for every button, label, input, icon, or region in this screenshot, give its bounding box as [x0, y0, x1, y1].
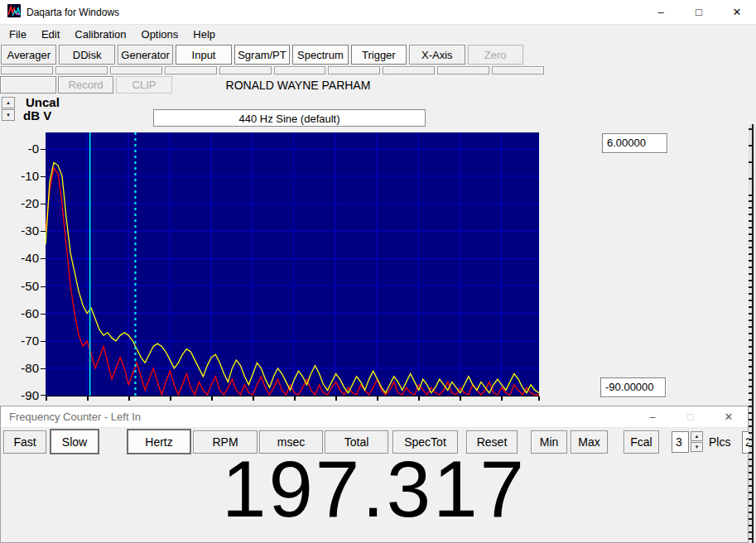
- spectrum-plot[interactable]: [46, 132, 539, 396]
- window-controls: – □ ✕: [642, 0, 756, 24]
- x-axis-tick: [335, 396, 337, 401]
- toolbar-button-trigger[interactable]: Trigger: [351, 45, 407, 65]
- toolbar-indicator-strip: [383, 66, 435, 74]
- y-axis-tick-label: -10: [0, 169, 39, 183]
- edge-ruler-tick: [749, 439, 753, 440]
- menu-edit[interactable]: Edit: [34, 26, 67, 43]
- menu-help[interactable]: Help: [185, 26, 223, 43]
- toolbar-indicator-strip: [437, 66, 489, 74]
- toolbar-button-x-axis[interactable]: X-Axis: [409, 45, 465, 65]
- fc-close-icon[interactable]: ✕: [710, 406, 748, 427]
- toolbar-button-input[interactable]: Input: [176, 45, 231, 65]
- edge-ruler-tick: [749, 492, 753, 493]
- edge-ruler-tick: [749, 465, 753, 467]
- toolbar-button-generator[interactable]: Generator: [118, 45, 173, 65]
- edge-ruler-tick: [749, 392, 753, 394]
- y-axis-tick-label: -20: [0, 196, 39, 210]
- toolbar-button-ddisk[interactable]: DDisk: [59, 45, 114, 65]
- edge-ruler-tick: [749, 498, 753, 500]
- edge-ruler-tick: [749, 320, 753, 321]
- edge-ruler-tick: [749, 485, 753, 487]
- x-axis-tick: [46, 396, 47, 401]
- axis-bottom-value-field[interactable]: -90.00000: [600, 377, 666, 397]
- edge-ruler-tick: [749, 531, 753, 533]
- axis-top-value-field[interactable]: 6.00000: [602, 133, 667, 153]
- scale-down-icon[interactable]: ▼: [2, 109, 15, 121]
- edge-ruler-tick: [749, 195, 753, 196]
- scale-up-icon[interactable]: ▲: [2, 97, 15, 108]
- minimize-icon[interactable]: –: [642, 0, 680, 24]
- edge-ruler-tick: [749, 445, 753, 447]
- uncal-label: Uncal: [26, 95, 60, 109]
- edge-ruler-tick: [749, 273, 753, 275]
- menubar: FileEditCalibrationOptionsHelp: [0, 25, 756, 44]
- edge-ruler-tick: [749, 525, 753, 526]
- frequency-counter-title: Frequency Counter - Left In: [9, 411, 141, 423]
- y-axis-tick-label: -30: [0, 223, 39, 238]
- fc-minimize-icon[interactable]: –: [633, 406, 672, 427]
- toolbar-button-averager[interactable]: Averager: [1, 45, 56, 65]
- toolbar-indicator-strip: [110, 66, 162, 74]
- y-axis-tick-label: -90: [0, 388, 39, 402]
- generator-title-field[interactable]: 440 Hz Sine (default): [153, 109, 426, 127]
- y-axis-tick-label: -70: [0, 334, 39, 348]
- edge-ruler-tick: [749, 207, 753, 209]
- toolbar-button-sgram-pt[interactable]: Sgram/PT: [234, 45, 290, 65]
- edge-ruler-tick: [749, 425, 753, 427]
- frequency-counter-controls: – □ ✕: [633, 406, 748, 427]
- edge-ruler-tick: [749, 253, 753, 255]
- y-axis-tick-label: -60: [0, 306, 39, 320]
- main-window: Daqarta for Windows – □ ✕ FileEditCalibr…: [0, 0, 756, 406]
- red-trace: [46, 168, 539, 395]
- toolbar-button-spectrum[interactable]: Spectrum: [292, 45, 348, 65]
- edge-ruler-tick: [749, 260, 753, 262]
- edge-ruler-tick: [749, 293, 753, 295]
- edge-ruler-tick: [749, 233, 753, 235]
- x-axis-tick: [87, 396, 89, 401]
- edge-ruler-tick: [749, 419, 753, 420]
- y-axis-tick-label: -50: [0, 279, 39, 293]
- edge-ruler-tick: [749, 161, 753, 163]
- places-label: Plcs: [709, 435, 730, 449]
- edge-ruler-tick: [749, 512, 753, 513]
- toolbar-indicator-strip: [492, 66, 544, 74]
- blank-button[interactable]: [0, 76, 56, 94]
- edge-ruler-tick: [749, 333, 753, 334]
- edge-ruler-tick: [749, 538, 753, 540]
- x-axis-tick: [460, 396, 461, 401]
- toolbar-indicator-strip: [219, 66, 272, 74]
- menu-calibration[interactable]: Calibration: [67, 26, 133, 43]
- maximize-icon[interactable]: □: [680, 0, 718, 24]
- edge-ruler-tick: [749, 267, 753, 268]
- edge-ruler-tick: [749, 412, 753, 414]
- edge-ruler-tick: [749, 372, 753, 374]
- edge-ruler-tick: [749, 286, 753, 288]
- edge-ruler-tick: [749, 432, 753, 434]
- edge-ruler-tick: [749, 240, 753, 242]
- toolbar-indicator-row: [1, 66, 544, 74]
- frequency-counter-titlebar: Frequency Counter - Left In – □ ✕: [1, 406, 748, 428]
- edge-ruler-tick: [749, 227, 753, 228]
- transport-row: Record CLIP RONALD WAYNE PARHAM: [0, 76, 756, 94]
- edge-ruler-tick: [749, 313, 753, 315]
- edge-ruler-tick: [749, 353, 753, 354]
- edge-ruler-tick: [749, 300, 753, 301]
- places-up-icon[interactable]: ▲: [691, 431, 703, 441]
- menu-options[interactable]: Options: [134, 26, 186, 43]
- edge-ruler-tick: [749, 220, 753, 222]
- toolbar-indicator-strip: [165, 66, 217, 74]
- toolbar-indicator-strip: [55, 66, 108, 74]
- edge-ruler-tick: [749, 399, 753, 401]
- edge-ruler-tick: [749, 200, 753, 202]
- edge-ruler-tick: [749, 366, 753, 368]
- edge-ruler-tick: [749, 247, 753, 248]
- close-icon[interactable]: ✕: [718, 0, 756, 24]
- record-button[interactable]: Record: [58, 76, 113, 94]
- toolbar-button-zero[interactable]: Zero: [468, 45, 523, 65]
- edge-ruler-tick: [749, 518, 753, 520]
- x-axis-tick: [538, 396, 540, 401]
- x-axis-tick: [128, 396, 130, 401]
- toolbar-indicator-strip: [1, 66, 53, 74]
- titlebar: Daqarta for Windows – □ ✕: [0, 0, 756, 25]
- menu-file[interactable]: File: [2, 26, 34, 43]
